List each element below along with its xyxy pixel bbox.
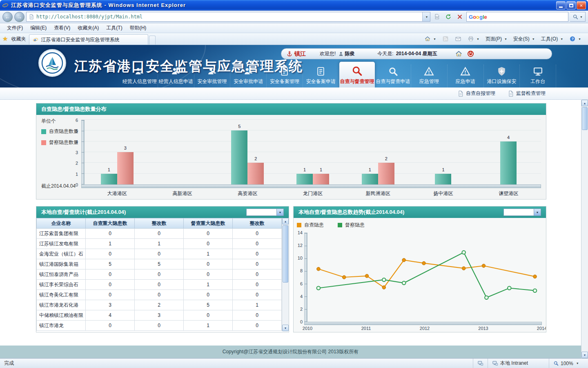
search-input[interactable]: Google xyxy=(466,12,568,22)
stop-button[interactable] xyxy=(455,12,465,22)
table-row[interactable]: 中储粮镇江粮油有限4300 xyxy=(37,310,282,321)
nav-item[interactable]: 安全备案申请 xyxy=(303,65,339,88)
nav-item[interactable]: 应急申请 xyxy=(448,65,484,88)
menu-item[interactable]: 收藏夹(A) xyxy=(74,23,102,33)
bar-chart-panel: 自查隐患/督查隐患数量分布 单位个 自查隐患数量督察隐患数量 截止2014.04… xyxy=(36,103,546,200)
table-row[interactable]: 江苏索普集团有限0000 xyxy=(37,229,282,239)
address-dropdown-button[interactable]: ▼ xyxy=(422,12,430,21)
home-button[interactable]: ▼ xyxy=(421,34,439,44)
y-tick-label: 5 xyxy=(76,128,78,133)
compatibility-view-button[interactable] xyxy=(432,12,442,22)
table-row[interactable]: 镇江恒泰沥青产品0000 xyxy=(37,269,282,280)
y-tick-label: 2 xyxy=(300,307,303,312)
browser-tab[interactable]: e 江苏省港口安全监管与应急管理系统 xyxy=(29,34,148,45)
scroll-down-icon[interactable]: ▼ xyxy=(282,325,289,331)
person-icon xyxy=(338,51,344,57)
search-button[interactable]: ▼ xyxy=(570,12,586,22)
favorites-button[interactable]: 收藏夹 xyxy=(9,34,27,44)
scroll-up-icon[interactable]: ▲ xyxy=(581,100,588,106)
nav-item[interactable]: 应急管理 xyxy=(411,65,448,88)
menu-item[interactable]: 查看(V) xyxy=(50,23,74,33)
stats-table-filter-select[interactable]: ▼ xyxy=(246,209,284,216)
nav-item[interactable]: 经营人信息管理 xyxy=(122,65,158,88)
scroll-up-icon[interactable]: ▲ xyxy=(282,218,289,224)
forward-button[interactable]: → xyxy=(14,12,24,22)
favorites-star-icon[interactable]: ★ xyxy=(2,35,8,43)
y-tick-label: 8 xyxy=(300,268,303,273)
chevron-down-icon: ▼ xyxy=(580,16,583,18)
nav-item[interactable]: 自查与督查申请 xyxy=(375,65,411,88)
scroll-down-icon[interactable]: ▼ xyxy=(581,352,588,358)
bar-value-label: 5 xyxy=(231,124,247,129)
table-row[interactable]: 镇江港国际集装箱5500 xyxy=(37,259,282,269)
tab-title: 江苏省港口安全监管与应急管理系统 xyxy=(41,36,119,43)
menu-item[interactable]: 工具(T) xyxy=(102,23,126,33)
back-button[interactable]: ← xyxy=(2,12,13,22)
address-input[interactable]: http://localhost:8080/yjpt/Main.html ▼ xyxy=(26,12,430,22)
zoom-control[interactable]: 100% ▼ xyxy=(549,359,588,368)
page-scrollbar[interactable]: ▲ ▼ xyxy=(581,100,588,358)
help-button[interactable]: ?▼ xyxy=(566,34,584,44)
menu-item[interactable]: 帮助(H) xyxy=(126,23,150,33)
stop-icon xyxy=(457,13,463,20)
scrollbar-thumb[interactable] xyxy=(582,107,588,130)
nav-item[interactable]: 经营人信息申请 xyxy=(158,65,194,88)
nav-item[interactable]: 港口设施保安 xyxy=(484,65,520,88)
submenu-item-label: 自查自报管理 xyxy=(466,90,495,97)
maximize-button[interactable] xyxy=(566,1,576,9)
value-cell: 0 xyxy=(233,269,282,280)
toolbar-button[interactable]: 页面(P)▼ xyxy=(483,34,510,44)
toolbar-button[interactable]: 安全(S)▼ xyxy=(510,34,538,44)
table-row[interactable]: 镇江李长荣综合石0010 xyxy=(37,280,282,290)
self-check-bar xyxy=(500,141,517,184)
user-bar: 镇江 欢迎您! 陈俊 今天是: 2014-04-04 星期五 xyxy=(281,48,552,59)
close-button[interactable]: × xyxy=(577,1,586,9)
nav-item[interactable]: 自查与督查管理 xyxy=(339,62,375,88)
nav-item[interactable]: 安全备案管理 xyxy=(267,65,303,88)
value-cell: 1 xyxy=(184,321,233,331)
print-button[interactable]: ▼ xyxy=(465,34,482,44)
x-tick-label: 2013 xyxy=(478,326,488,331)
nav-item[interactable]: 安全审批管理 xyxy=(194,65,231,88)
nav-item[interactable]: 工作台 xyxy=(520,65,556,88)
column-header: 督查重大隐患数 xyxy=(184,218,233,229)
table-row[interactable]: 金海宏业（镇江）石0010 xyxy=(37,249,282,259)
date-value: 2014-04-04 星期五 xyxy=(396,50,437,57)
submenu-item[interactable]: 监督检查管理 xyxy=(508,90,546,97)
value-cell: 2 xyxy=(135,300,184,310)
line-chart-y-axis xyxy=(304,233,307,322)
bar-chart-y-labels: 0123456 xyxy=(70,120,79,184)
table-row[interactable]: 镇江奇美化工有限0000 xyxy=(37,290,282,300)
read-mail-button[interactable] xyxy=(452,34,464,44)
line-chart-filter-select[interactable]: ▼ xyxy=(503,209,541,216)
table-row[interactable]: 镇江市港龙0010 xyxy=(37,321,282,331)
line-chart-svg xyxy=(307,233,542,322)
y-tick-label: 0 xyxy=(76,182,78,187)
nav-item[interactable]: 安全审批申请 xyxy=(230,65,267,88)
scrollbar-thumb[interactable] xyxy=(283,225,288,283)
submenu-item[interactable]: 自查自报管理 xyxy=(457,90,495,97)
bar-chart-y-axis xyxy=(81,120,85,184)
date-label: 今天是: xyxy=(377,50,393,57)
table-row[interactable]: 镇江市港龙石化港3251 xyxy=(37,300,282,310)
toolbar-button[interactable]: 工具(O)▼ xyxy=(538,34,566,44)
refresh-button[interactable] xyxy=(443,12,453,22)
value-cell: 0 xyxy=(86,280,135,290)
chevron-down-icon: ▼ xyxy=(534,209,541,215)
portal-home-button[interactable] xyxy=(455,50,463,58)
value-cell: 1 xyxy=(184,249,233,259)
line-chart-title: 本地自查/督查隐患总数趋势(截止2014.04.04) xyxy=(298,209,404,216)
logout-button[interactable] xyxy=(467,50,474,58)
menu-item[interactable]: 编辑(E) xyxy=(27,23,50,33)
y-tick-label: 4 xyxy=(76,139,78,144)
chevron-down-icon: ▼ xyxy=(433,38,436,40)
data-point-marker xyxy=(482,264,486,268)
bar-group: 1 xyxy=(411,120,476,184)
shield-icon xyxy=(497,66,507,76)
table-row[interactable]: 江苏镇江发电有限1100 xyxy=(37,239,282,249)
new-tab-stub[interactable] xyxy=(149,36,156,45)
menu-item[interactable]: 文件(F) xyxy=(3,23,27,33)
table-scrollbar[interactable]: ▲ ▼ xyxy=(282,218,289,331)
minimize-button[interactable] xyxy=(556,1,566,9)
feeds-button[interactable] xyxy=(439,34,452,44)
